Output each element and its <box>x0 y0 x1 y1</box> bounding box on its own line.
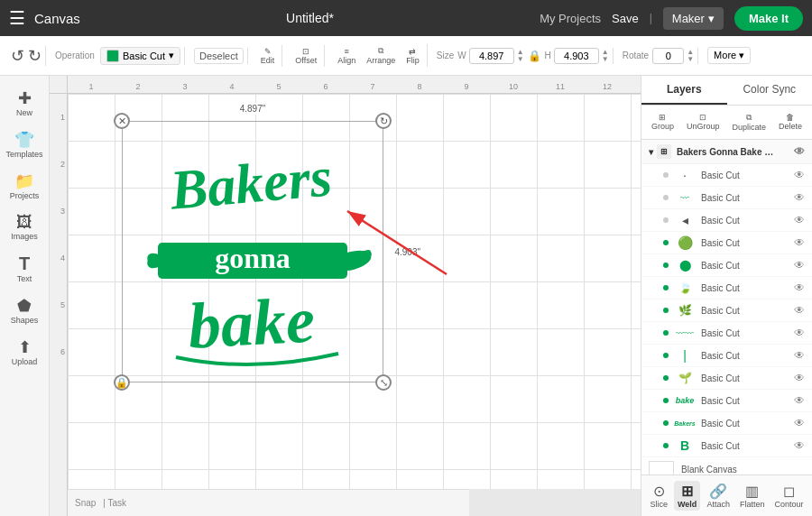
flip-button[interactable]: ⇄ Flip <box>402 45 423 67</box>
layer-item-3[interactable]: ◂ Basic Cut 👁 <box>641 209 812 232</box>
layer-name-9: Basic Cut <box>701 351 794 361</box>
layer-eye-2[interactable]: 👁 <box>794 191 805 204</box>
rotate-arrows[interactable]: ▲▼ <box>687 49 694 63</box>
layer-thumb-7: 🌿 <box>674 303 696 318</box>
text-icon: T <box>19 253 30 274</box>
layer-thumb-11: bake <box>674 393 696 408</box>
group-eye-icon[interactable]: 👁 <box>794 145 805 158</box>
contour-icon: ◻ <box>783 483 795 500</box>
undo-button[interactable]: ↺ <box>11 46 24 66</box>
layer-item-10[interactable]: 🌱 Basic Cut 👁 <box>641 367 812 390</box>
blank-canvas-swatch <box>649 461 674 475</box>
arrange-button[interactable]: ⧉ Arrange <box>363 44 399 67</box>
weld-button[interactable]: ⊞ Weld <box>674 481 700 511</box>
sidebar-item-projects[interactable]: 📁 Projects <box>3 166 46 206</box>
close-handle[interactable]: ✕ <box>114 113 130 129</box>
layer-dot-7 <box>663 308 669 313</box>
layer-eye-13[interactable]: 👁 <box>794 439 805 452</box>
sidebar-item-images[interactable]: 🖼 Images <box>3 207 46 246</box>
new-icon: ✚ <box>18 88 32 108</box>
layer-name-5: Basic Cut <box>701 261 794 271</box>
group-button[interactable]: ⊞ Group <box>648 111 678 134</box>
flatten-button[interactable]: ▥ Flatten <box>736 481 769 511</box>
layer-eye-10[interactable]: 👁 <box>794 372 805 384</box>
layer-eye-1[interactable]: 👁 <box>794 169 805 181</box>
upload-icon: ⬆ <box>18 337 32 357</box>
rotate-handle[interactable]: ↻ <box>375 113 392 129</box>
layer-thumb-4: 🟢 <box>674 235 696 250</box>
layer-name-3: Basic Cut <box>701 216 794 226</box>
layer-eye-9[interactable]: 👁 <box>794 349 805 362</box>
redo-button[interactable]: ↻ <box>28 46 42 66</box>
lock-handle[interactable]: 🔒 <box>114 374 130 391</box>
edit-button[interactable]: ✎ Edit <box>257 45 279 67</box>
layer-eye-8[interactable]: 👁 <box>794 327 805 339</box>
layer-eye-3[interactable]: 👁 <box>794 214 805 226</box>
layer-item-1[interactable]: · Basic Cut 👁 <box>641 164 812 187</box>
width-input[interactable] <box>469 48 514 64</box>
layer-item-8[interactable]: 〰〰 Basic Cut 👁 <box>641 322 812 345</box>
layer-name-7: Basic Cut <box>701 306 794 316</box>
height-arrows[interactable]: ▲▼ <box>602 49 609 63</box>
group-name: Bakers Gonna Bake - Free ... <box>677 147 776 157</box>
hamburger-icon[interactable]: ☰ <box>9 7 25 29</box>
layer-eye-12[interactable]: 👁 <box>794 417 805 429</box>
operation-chevron-icon: ▾ <box>169 50 174 61</box>
sidebar-item-upload[interactable]: ⬆ Upload <box>3 332 46 372</box>
operation-select[interactable]: Basic Cut ▾ <box>100 47 180 65</box>
layer-item-9[interactable]: | Basic Cut 👁 <box>641 345 812 367</box>
height-group: H ▲▼ <box>545 48 609 64</box>
canvas-design[interactable]: ✕ ↻ 🔒 ⤡ 4.897" 4.903" Bakers gonna bake <box>122 121 383 382</box>
sidebar-item-new[interactable]: ✚ New <box>3 83 46 123</box>
operation-group: Operation Basic Cut ▾ <box>51 47 185 65</box>
rotate-input[interactable] <box>652 48 684 64</box>
layer-thumb-2: 〰 <box>674 190 696 205</box>
layer-name-2: Basic Cut <box>701 193 794 203</box>
layer-item-7[interactable]: 🌿 Basic Cut 👁 <box>641 299 812 322</box>
contour-button[interactable]: ◻ Contour <box>770 481 807 511</box>
layer-item-4[interactable]: 🟢 Basic Cut 👁 <box>641 232 812 254</box>
templates-icon: 👕 <box>14 130 34 150</box>
width-arrows[interactable]: ▲▼ <box>517 49 524 63</box>
delete-button[interactable]: 🗑 Delete <box>775 111 806 134</box>
duplicate-button[interactable]: ⧉ Duplicate <box>728 111 770 134</box>
layer-name-4: Basic Cut <box>701 238 794 248</box>
sidebar-item-shapes[interactable]: ⬟ Shapes <box>3 290 46 330</box>
maker-button[interactable]: Maker ▾ <box>663 7 724 30</box>
right-panel: Layers Color Sync ⊞ Group ⊡ UnGroup ⧉ Du… <box>641 76 812 516</box>
save-button[interactable]: Save <box>612 12 639 25</box>
tab-layers[interactable]: Layers <box>641 76 727 105</box>
make-it-button[interactable]: Make It <box>734 6 803 31</box>
sidebar-item-text[interactable]: T Text <box>3 248 46 289</box>
layer-eye-11[interactable]: 👁 <box>794 394 805 407</box>
slice-button[interactable]: ⊙ Slice <box>647 481 672 511</box>
layer-thumb-3: ◂ <box>674 213 696 227</box>
sidebar-item-templates[interactable]: 👕 Templates <box>3 124 46 164</box>
layer-item-2[interactable]: 〰 Basic Cut 👁 <box>641 187 812 209</box>
height-input[interactable] <box>554 48 599 64</box>
layer-dot-9 <box>663 353 669 358</box>
layer-item-11[interactable]: bake Basic Cut 👁 <box>641 390 812 412</box>
align-button[interactable]: ≡ Align <box>334 45 359 67</box>
canvas-area[interactable]: 1 2 3 4 5 6 7 8 9 10 11 12 1 2 3 4 5 6 <box>50 76 641 516</box>
my-projects-link[interactable]: My Projects <box>540 12 601 25</box>
snap-label[interactable]: Snap <box>75 498 96 508</box>
flip-icon: ⇄ <box>409 47 416 56</box>
layer-item-5[interactable]: ⬤ Basic Cut 👁 <box>641 254 812 277</box>
attach-button[interactable]: 🔗 Attach <box>703 481 734 511</box>
scale-handle[interactable]: ⤡ <box>375 374 392 391</box>
layer-eye-4[interactable]: 👁 <box>794 236 805 249</box>
layer-eye-7[interactable]: 👁 <box>794 304 805 317</box>
layer-item-6[interactable]: 🍃 Basic Cut 👁 <box>641 277 812 299</box>
blank-canvas-item[interactable]: Blank Canvas <box>641 457 812 475</box>
deselect-button[interactable]: Deselect <box>194 48 244 64</box>
layer-item-13[interactable]: B Basic Cut 👁 <box>641 435 812 457</box>
layer-eye-5[interactable]: 👁 <box>794 259 805 272</box>
layer-eye-6[interactable]: 👁 <box>794 281 805 294</box>
layer-group-header[interactable]: ▾ ⊞ Bakers Gonna Bake - Free ... 👁 <box>641 140 812 164</box>
more-button[interactable]: More ▾ <box>707 47 751 64</box>
offset-button[interactable]: ⊡ Offset <box>291 45 320 67</box>
tab-color-sync[interactable]: Color Sync <box>727 76 813 105</box>
ungroup-button[interactable]: ⊡ UnGroup <box>683 111 724 134</box>
layer-item-12[interactable]: Bakers Basic Cut 👁 <box>641 412 812 435</box>
